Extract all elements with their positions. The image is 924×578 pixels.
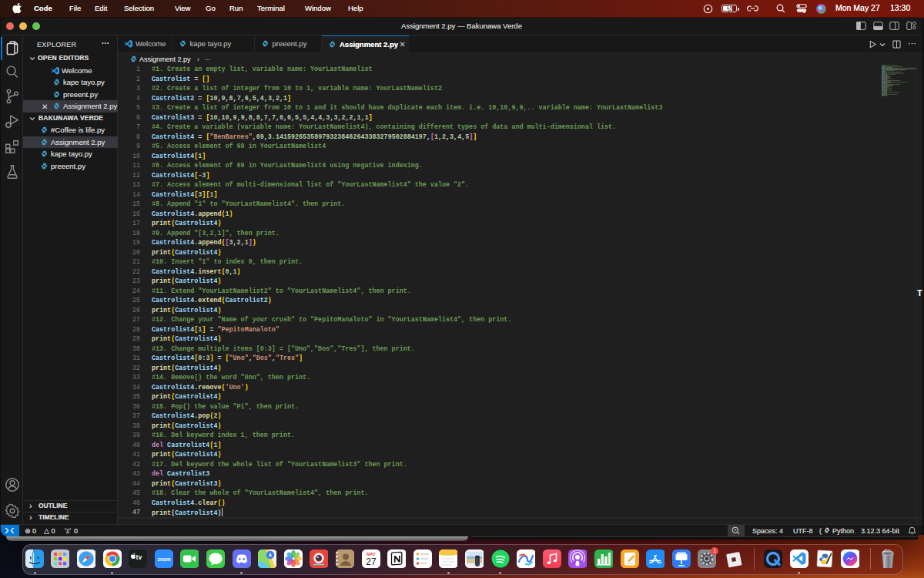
svg-text:tv: tv	[136, 553, 142, 561]
svg-text:27: 27	[366, 556, 377, 566]
svg-text:zoom: zoom	[157, 556, 170, 562]
